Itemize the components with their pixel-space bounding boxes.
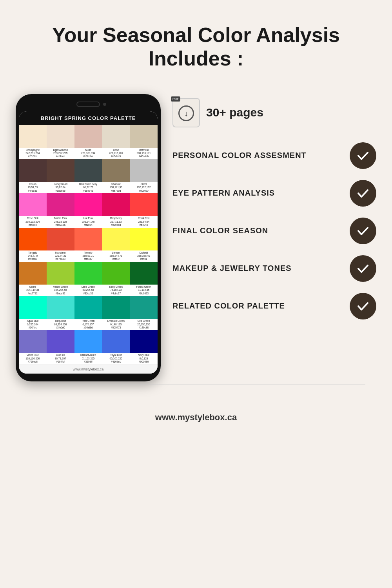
- color-cell: Turquoise 63,224,208 #3fe0d0: [47, 296, 74, 330]
- checkmark-related-palette: [350, 293, 376, 319]
- phone-top-bar: [19, 99, 158, 110]
- color-cell: Lime Green 50,205,50 #32cd32: [74, 262, 102, 296]
- color-cell: Champagne 247,231,204 #f7e7ce: [19, 125, 47, 159]
- pdf-pages: 30+ pages: [206, 106, 263, 119]
- color-label: Lime Green 50,205,50 #32cd32: [81, 285, 95, 296]
- color-swatch: [74, 262, 102, 285]
- content-row: BRIGHT SPRING COLOR PALETTE Champagne 24…: [16, 94, 376, 381]
- color-cell: Lemon 255,244,79 #fff64f: [102, 228, 130, 262]
- color-label: Dark Slate Gray 61,72,73 #3d4849: [79, 182, 98, 193]
- color-label: Raspberry 227,11,93 #e30b5d: [110, 216, 122, 227]
- feature-final-color: FINAL COLOR SEASON: [172, 218, 376, 244]
- phone-screen: BRIGHT SPRING COLOR PALETTE Champagne 24…: [19, 111, 158, 374]
- color-swatch: [74, 125, 102, 148]
- feature-label-personal-color: PERSONAL COLOR ASSESMENT: [172, 151, 342, 160]
- feature-label-final-color: FINAL COLOR SEASON: [172, 226, 342, 236]
- color-swatch: [19, 193, 47, 216]
- color-cell: Cocao 79,54,53 #4f3635: [19, 159, 47, 193]
- color-cell: Shadow 138,121,93 #8a795d: [102, 159, 130, 193]
- color-label: Daffodil 255,255,49 #ffff31: [137, 250, 151, 262]
- color-cell: Light Almond 239,222,205 #efdece: [47, 125, 74, 159]
- color-label: Barbie Pink 248,33,138 #e0218a: [54, 216, 67, 227]
- color-swatch: [102, 296, 130, 319]
- color-swatch: [47, 262, 74, 285]
- color-cell: Rose Pink 255,102,204 #ff66cc: [19, 193, 47, 227]
- color-label: Bone 227,216,201 #e3dac9: [109, 148, 123, 159]
- color-label: Sea Green 20,156,136 #149c88: [137, 319, 151, 330]
- color-swatch: [19, 262, 47, 285]
- checkmark-makeup-jewelry: [350, 255, 376, 282]
- color-cell: Dark Slate Gray 61,72,73 #3d4849: [74, 159, 102, 193]
- color-cell: Emerald Green 0,148,115 #009473: [102, 296, 130, 330]
- color-label: Emerald Green 0,148,115 #009473: [107, 319, 125, 330]
- color-label: Light Almond 239,222,205 #efdece: [53, 148, 68, 159]
- color-swatch: [74, 330, 102, 353]
- feature-related-palette: RELATED COLOR PALETTE: [172, 293, 376, 319]
- color-cell: Tangelo 248,77,0 #f94d00: [19, 228, 47, 262]
- color-swatch: [74, 228, 102, 250]
- color-label: Pool Green 0,175,157 #00af9d: [82, 319, 95, 330]
- site-footer: www.mystylebox.ca: [155, 412, 237, 423]
- color-cell: Silver 192,192,192 #c0c0c0: [130, 159, 158, 193]
- color-swatch: [19, 330, 47, 353]
- color-swatch: [130, 330, 158, 353]
- color-swatch: [102, 262, 130, 285]
- color-label: Tangelo 248,77,0 #f94d00: [27, 250, 38, 262]
- color-cell: Raspberry 227,11,93 #e30b5d: [102, 193, 130, 227]
- color-label: Aqua Blue 0,255,204 #00ffcc: [26, 319, 39, 330]
- check-icon: [356, 149, 370, 163]
- color-cell: Ochre 204,119,34 #cc7722: [19, 262, 47, 296]
- color-label: Lemon 255,244,79 #fff64f: [109, 250, 123, 262]
- check-icon: [356, 186, 370, 200]
- phone-camera: [103, 103, 106, 106]
- color-label: Yellow Green 154,205,50 #9acd32: [53, 285, 68, 296]
- color-cell: Mandarin 221,74,31 #e74a33: [47, 228, 74, 262]
- color-cell: Bone 227,216,201 #e3dac9: [102, 125, 130, 159]
- color-cell: Daffodil 255,255,49 #ffff31: [130, 228, 158, 262]
- feature-personal-color: PERSONAL COLOR ASSESMENT: [172, 142, 376, 169]
- color-label: Nude 221,188,194 #e3bcba: [81, 148, 96, 159]
- color-swatch: [102, 330, 130, 353]
- color-swatch: [130, 228, 158, 250]
- color-label: Mandarin 221,74,31 #e74a33: [54, 250, 67, 262]
- check-icon: [356, 261, 370, 276]
- color-cell: Sea Green 20,156,136 #149c88: [130, 296, 158, 330]
- phone-mockup: BRIGHT SPRING COLOR PALETTE Champagne 24…: [16, 94, 161, 381]
- color-cell: Blue Iris 96,79,207 #604fcf: [47, 330, 74, 364]
- page-title: Your Seasonal Color Analysis Includes :: [29, 24, 363, 71]
- color-label: Silver 192,192,192 #c0c0c0: [136, 182, 151, 193]
- color-cell: Navy Blue 0,0,128 #000080: [130, 330, 158, 364]
- color-swatch: [47, 125, 74, 148]
- color-label: Cocao 79,54,53 #4f3635: [27, 182, 38, 193]
- color-swatch: [74, 296, 102, 319]
- phone-notch: [76, 102, 100, 107]
- feature-makeup-jewelry: MAKEUP & JEWELRY TONES: [172, 255, 376, 282]
- feature-label-eye-pattern: EYE PATTERN ANALYSIS: [172, 188, 342, 198]
- phone-header: BRIGHT SPRING COLOR PALETTE: [19, 111, 158, 125]
- color-cell: Aqua Blue 0,255,204 #00ffcc: [19, 296, 47, 330]
- color-swatch: [47, 296, 74, 319]
- feature-label-related-palette: RELATED COLOR PALETTE: [172, 301, 342, 311]
- color-cell: Rocky Road 90,62,54 #5a3e36: [47, 159, 74, 193]
- color-label: Royal Blue 65,105,225 #4169e1: [109, 353, 123, 364]
- color-palette-grid: Champagne 247,231,204 #f7e7ceLight Almon…: [19, 125, 158, 365]
- checkmark-final-color: [350, 218, 376, 244]
- color-swatch: [130, 125, 158, 148]
- color-swatch: [19, 228, 47, 250]
- feature-label-makeup-jewelry: MAKEUP & JEWELRY TONES: [172, 263, 342, 273]
- color-label: Ochre 204,119,34 #cc7722: [26, 285, 40, 296]
- color-cell: Brilliant Azure 51,153,255 #3399ff: [74, 330, 102, 364]
- color-swatch: [74, 159, 102, 182]
- color-swatch: [130, 296, 158, 319]
- check-icon: [356, 224, 370, 238]
- color-swatch: [19, 296, 47, 319]
- color-cell: Violet Blue 116,110,200 #766ec8: [19, 330, 47, 364]
- color-swatch: [130, 193, 158, 216]
- checkmark-personal-color: [350, 142, 376, 169]
- color-swatch: [102, 193, 130, 216]
- color-label: Coral Red 255,64,64 #ff4040: [138, 216, 150, 227]
- color-cell: Pool Green 0,175,157 #00af9d: [74, 296, 102, 330]
- color-swatch: [47, 330, 74, 353]
- color-label: Blue Iris 96,79,207 #604fcf: [54, 353, 67, 364]
- color-label: Champagne 247,231,204 #f7e7ce: [25, 148, 40, 159]
